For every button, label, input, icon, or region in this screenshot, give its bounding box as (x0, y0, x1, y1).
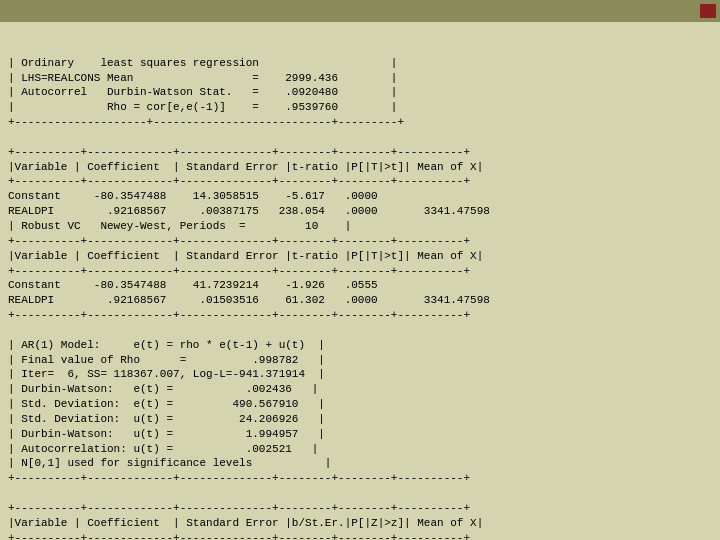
output-text: | Ordinary least squares regression | | … (8, 56, 712, 540)
close-button[interactable] (700, 4, 716, 18)
content-area: | Ordinary least squares regression | | … (0, 22, 720, 540)
top-bar (0, 0, 720, 22)
